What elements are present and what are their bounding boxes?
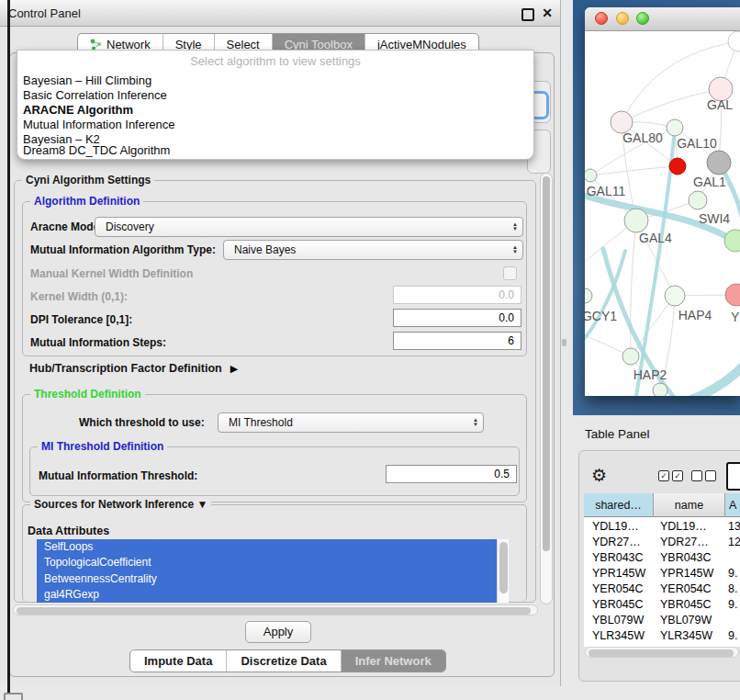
table-row[interactable]: YBL079WYBL079W xyxy=(584,613,740,628)
column-header-name[interactable]: name xyxy=(654,493,725,517)
node-unlabeled[interactable] xyxy=(728,31,740,51)
zoom-traffic-icon[interactable] xyxy=(636,12,649,25)
close-icon[interactable]: ✕ xyxy=(542,6,553,20)
node-gcy1[interactable] xyxy=(585,288,592,303)
minimized-window-icon[interactable] xyxy=(4,693,23,700)
table-row[interactable]: YBR043CYBR043C xyxy=(584,550,740,566)
node-unlabeled-bottom[interactable] xyxy=(653,383,667,396)
mi-steps-field[interactable]: 6 xyxy=(393,332,521,350)
group-title: Cyni Algorithm Settings xyxy=(22,174,154,186)
float-window-icon[interactable] xyxy=(521,8,534,21)
mi-type-select[interactable]: Naive Bayes ▲▼ xyxy=(223,240,523,260)
list-item[interactable]: TopologicalCoefficient xyxy=(37,555,508,570)
kernel-width-label: Kernel Width (0,1): xyxy=(30,290,128,303)
algorithm-option[interactable]: Basic Correlation Inference xyxy=(23,88,167,102)
network-icon xyxy=(90,39,102,51)
checked-checkbox-icon[interactable]: ✓ xyxy=(672,470,683,481)
table-row[interactable]: YBR045CYBR045C9. xyxy=(584,597,740,613)
node-label: SWI4 xyxy=(699,211,730,226)
scrollbar-thumb[interactable] xyxy=(17,607,531,615)
node-gray[interactable] xyxy=(707,151,731,175)
settings-horizontal-scrollbar[interactable] xyxy=(13,604,538,615)
scrollbar-thumb[interactable] xyxy=(589,649,734,657)
mi-type-label: Mutual Information Algorithm Type: xyxy=(30,243,216,256)
node-gal10[interactable] xyxy=(667,119,683,136)
apply-button[interactable]: Apply xyxy=(245,621,311,643)
scrollbar-thumb[interactable] xyxy=(543,176,550,551)
bottom-tabbar: Impute Data Discretize Data Infer Networ… xyxy=(129,649,446,672)
node-label: GAL10 xyxy=(677,136,717,151)
scrollbar-thumb[interactable] xyxy=(499,542,508,593)
minimize-traffic-icon[interactable] xyxy=(616,12,629,25)
algorithm-option-selected[interactable]: ARACNE Algorithm xyxy=(23,103,133,117)
network-labels: GAL GAL80 GAL10 GAL1 GAL11 GAL4 SWI4 GCY… xyxy=(585,97,740,382)
spinner-arrows-icon: ▲▼ xyxy=(512,222,518,231)
table-horizontal-scrollbar[interactable] xyxy=(585,647,739,658)
node-gal1[interactable] xyxy=(689,191,707,209)
checked-checkbox-icon[interactable]: ✓ xyxy=(658,470,669,481)
node-label: GAL1 xyxy=(693,175,726,189)
manual-kernel-label: Manual Kernel Width Definition xyxy=(30,267,193,280)
node-table: shared… name A YDL19…YDL19…13 YDR27…YDR2… xyxy=(584,493,740,647)
gear-icon[interactable]: ⚙ xyxy=(591,465,607,486)
manual-kernel-checkbox[interactable] xyxy=(503,266,517,280)
mi-threshold-label: Mutual Information Threshold: xyxy=(39,469,197,482)
table-row[interactable]: YDL19…YDL19…13 xyxy=(584,519,740,535)
column-header-shared[interactable]: shared… xyxy=(584,493,654,517)
panel-title: Control Panel xyxy=(8,6,81,20)
collapse-down-icon: ▼ xyxy=(196,498,207,511)
aracne-mode-select[interactable]: Discovery ▲▼ xyxy=(95,217,523,237)
unchecked-checkbox-icon[interactable] xyxy=(691,470,702,481)
node-label: GCY1 xyxy=(585,309,617,323)
network-canvas[interactable]: GAL GAL80 GAL10 GAL1 GAL11 GAL4 SWI4 GCY… xyxy=(585,30,740,396)
kernel-width-field[interactable]: 0.0 xyxy=(393,286,521,304)
network-window-titlebar xyxy=(585,7,740,31)
collapse-right-icon: ▶ xyxy=(230,363,238,375)
close-traffic-icon[interactable] xyxy=(595,12,608,25)
tab-impute-data[interactable]: Impute Data xyxy=(130,650,226,672)
algorithm-option[interactable]: Mutual Information Inference xyxy=(23,118,174,131)
node-label: HAP2 xyxy=(633,367,667,382)
control-panel: Control Panel ✕ Network Style Select Cyn… xyxy=(0,0,561,686)
screen: Control Panel ✕ Network Style Select Cyn… xyxy=(0,0,740,700)
node-y-partial[interactable] xyxy=(725,284,740,306)
popup-prompt: Select algorithm to view settings xyxy=(17,54,533,68)
node-red[interactable] xyxy=(669,158,686,175)
data-attributes-list: SelfLoops TopologicalCoefficient Between… xyxy=(37,539,508,603)
table-row[interactable]: YPR145WYPR145W9. xyxy=(584,566,740,581)
table-panel-title: Table Panel xyxy=(585,427,650,441)
table-row[interactable]: YLR345WYLR345W9. xyxy=(584,628,740,644)
node-gal11[interactable] xyxy=(585,169,597,182)
which-threshold-select[interactable]: MI Threshold ▲▼ xyxy=(218,412,484,433)
column-header-partial[interactable]: A xyxy=(725,493,740,517)
network-window: GAL GAL80 GAL10 GAL1 GAL11 GAL4 SWI4 GCY… xyxy=(585,7,740,396)
list-item[interactable]: BetweennessCentrality xyxy=(37,571,508,587)
dpi-tolerance-field[interactable]: 0.0 xyxy=(393,309,521,327)
tab-infer-network[interactable]: Infer Network xyxy=(341,650,445,672)
sources-collapser[interactable]: Sources for Network Inference ▼ xyxy=(30,498,211,511)
node-gal4[interactable] xyxy=(624,209,648,232)
tab-discretize-data[interactable]: Discretize Data xyxy=(226,650,340,672)
hub-factor-expander[interactable]: Hub/Transcription Factor Definition ▶ xyxy=(29,362,238,375)
node-label: GAL11 xyxy=(587,184,626,198)
mi-threshold-field[interactable]: 0.5 xyxy=(386,465,517,483)
list-item[interactable]: gal4RGexp xyxy=(37,587,508,603)
table-row[interactable]: YDR27…YDR27…12 xyxy=(584,535,740,550)
table-icon[interactable] xyxy=(726,462,740,491)
unchecked-checkbox-icon[interactable] xyxy=(705,470,716,481)
node-hap4[interactable] xyxy=(665,286,685,306)
panel-divider-handle[interactable] xyxy=(562,339,566,346)
spinner-arrows-icon: ▲▼ xyxy=(512,245,518,254)
settings-vertical-scrollbar[interactable] xyxy=(540,173,553,604)
algorithm-option[interactable]: Bayesian – Hill Climbing xyxy=(23,73,151,87)
group-title: Algorithm Definition xyxy=(30,195,143,208)
node-hap2[interactable] xyxy=(622,348,639,365)
spinner-arrows-icon: ▲▼ xyxy=(473,418,478,427)
node-label: GAL4 xyxy=(639,231,672,245)
algorithm-option[interactable]: Dream8 DC_TDC Algorithm xyxy=(23,143,170,157)
attributes-scrollbar[interactable] xyxy=(497,539,509,603)
list-item[interactable]: SelfLoops xyxy=(37,539,508,555)
table-row[interactable]: YER054CYER054C8. xyxy=(584,581,740,597)
algorithm-popup: Select algorithm to view settings Bayesi… xyxy=(17,50,534,160)
group-title: MI Threshold Definition xyxy=(38,440,167,453)
